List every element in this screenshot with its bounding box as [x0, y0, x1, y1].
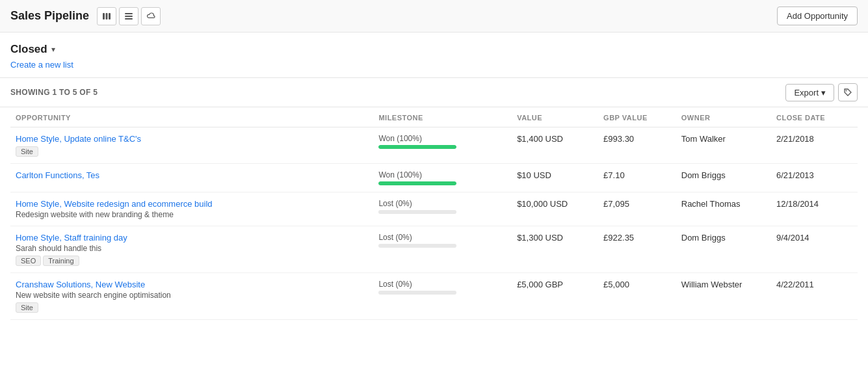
- value-cell: $1,300 USD: [512, 226, 598, 273]
- svg-rect-0: [103, 13, 105, 20]
- opportunity-link[interactable]: Home Style, Website redesign and ecommer…: [16, 199, 213, 209]
- close-date-cell: 6/21/2013: [771, 164, 858, 192]
- kanban-icon: [102, 12, 111, 21]
- value-cell: $10,000 USD: [512, 192, 598, 226]
- col-header-opportunity: OPPORTUNITY: [10, 107, 373, 127]
- export-label: Export: [794, 88, 819, 98]
- opportunity-note: Redesign website with new branding & the…: [16, 210, 368, 219]
- section-header: Closed ▾: [0, 33, 868, 59]
- owner-cell: Dom Briggs: [676, 226, 771, 273]
- tag-icon: [843, 88, 852, 97]
- gbp-value-cell: £922.35: [598, 226, 676, 273]
- table-row: Home Style, Website redesign and ecommer…: [10, 192, 858, 226]
- export-button[interactable]: Export ▾: [785, 84, 834, 101]
- tag-pill[interactable]: Training: [43, 256, 79, 266]
- table-body: Home Style, Update online T&C'sSiteWon (…: [10, 127, 858, 320]
- svg-rect-3: [125, 13, 133, 14]
- gbp-value-cell: £7.10: [598, 164, 676, 192]
- value-cell: £5,000 GBP: [512, 273, 598, 320]
- opportunity-link[interactable]: Home Style, Update online T&C's: [16, 134, 141, 144]
- svg-rect-5: [125, 18, 133, 20]
- close-date-cell: 4/22/2011: [771, 273, 858, 320]
- kanban-view-button[interactable]: [97, 7, 116, 25]
- col-header-owner: OWNER: [676, 107, 771, 127]
- list-view-button[interactable]: [119, 7, 138, 25]
- col-header-milestone: MILESTONE: [373, 107, 512, 127]
- tag-pill[interactable]: Site: [16, 302, 38, 313]
- table-row: Carlton Functions, TesWon (100%)$10 USD£…: [10, 164, 858, 192]
- owner-cell: William Webster: [676, 273, 771, 320]
- header: Sales Pipeline: [0, 0, 868, 33]
- toolbar-right: Export ▾: [785, 83, 858, 101]
- tag-button[interactable]: [838, 83, 858, 101]
- list-icon: [124, 12, 133, 21]
- milestone-label: Lost (0%): [378, 199, 506, 208]
- gbp-value-cell: £993.30: [598, 127, 676, 164]
- opportunity-note: New website with search engine optimisat…: [16, 291, 368, 300]
- section-chevron[interactable]: ▾: [51, 45, 55, 54]
- milestone-label: Lost (0%): [378, 233, 506, 242]
- col-header-value: VALUE: [512, 107, 598, 127]
- create-list-link[interactable]: Create a new list: [0, 59, 868, 77]
- milestone-label: Won (100%): [378, 170, 506, 179]
- close-date-cell: 9/4/2014: [771, 226, 858, 273]
- col-header-gbp: GBP VALUE: [598, 107, 676, 127]
- table-header: OPPORTUNITY MILESTONE VALUE GBP VALUE OW…: [10, 107, 858, 127]
- page-title: Sales Pipeline: [10, 9, 89, 23]
- table-row: Cranshaw Solutions, New WebsiteNew websi…: [10, 273, 858, 320]
- add-opportunity-button[interactable]: Add Opportunity: [777, 7, 858, 25]
- opportunity-link[interactable]: Cranshaw Solutions, New Website: [16, 280, 145, 289]
- progress-bar-bg: [378, 244, 456, 248]
- milestone-label: Lost (0%): [378, 280, 506, 289]
- view-icon-group: [97, 7, 161, 25]
- progress-bar-fill: [378, 181, 456, 185]
- opportunity-link[interactable]: Home Style, Staff training day: [16, 233, 127, 243]
- gbp-value-cell: £5,000: [598, 273, 676, 320]
- tag-pill[interactable]: Site: [16, 146, 38, 157]
- opportunity-link[interactable]: Carlton Functions, Tes: [16, 170, 99, 180]
- svg-rect-2: [109, 13, 111, 20]
- svg-rect-1: [106, 13, 108, 20]
- table-wrapper: OPPORTUNITY MILESTONE VALUE GBP VALUE OW…: [0, 107, 868, 320]
- milestone-label: Won (100%): [378, 134, 506, 143]
- progress-bar-fill: [378, 145, 456, 149]
- cloud-icon: [146, 12, 156, 20]
- value-cell: $1,400 USD: [512, 127, 598, 164]
- opportunities-table: OPPORTUNITY MILESTONE VALUE GBP VALUE OW…: [10, 107, 858, 320]
- gbp-value-cell: £7,095: [598, 192, 676, 226]
- export-chevron: ▾: [821, 88, 826, 98]
- table-row: Home Style, Update online T&C'sSiteWon (…: [10, 127, 858, 164]
- header-left: Sales Pipeline: [10, 7, 161, 25]
- progress-bar-bg: [378, 181, 456, 185]
- close-date-cell: 12/18/2014: [771, 192, 858, 226]
- toolbar: SHOWING 1 TO 5 OF 5 Export ▾: [0, 77, 868, 107]
- showing-text: SHOWING 1 TO 5 OF 5: [10, 88, 98, 97]
- section-title: Closed: [10, 43, 47, 56]
- progress-bar-bg: [378, 145, 456, 149]
- owner-cell: Tom Walker: [676, 127, 771, 164]
- progress-bar-bg: [378, 210, 456, 214]
- close-date-cell: 2/21/2018: [771, 127, 858, 164]
- opportunity-note: Sarah should handle this: [16, 244, 368, 253]
- svg-point-6: [846, 90, 847, 92]
- svg-rect-4: [125, 16, 133, 17]
- progress-bar-bg: [378, 291, 456, 295]
- col-header-close: CLOSE DATE: [771, 107, 858, 127]
- tag-pill[interactable]: SEO: [16, 256, 41, 266]
- table-row: Home Style, Staff training daySarah shou…: [10, 226, 858, 273]
- owner-cell: Rachel Thomas: [676, 192, 771, 226]
- value-cell: $10 USD: [512, 164, 598, 192]
- cloud-view-button[interactable]: [141, 7, 161, 25]
- owner-cell: Dom Briggs: [676, 164, 771, 192]
